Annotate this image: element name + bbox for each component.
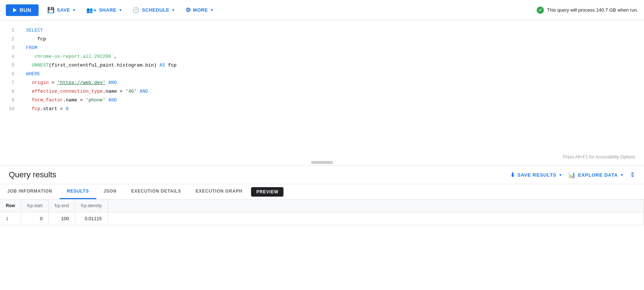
table-row: 1 0 100 0.01115: [0, 212, 644, 225]
save-button[interactable]: 💾 SAVE ▼: [43, 4, 80, 16]
code-line-2: fcp: [26, 35, 638, 44]
schedule-chevron-icon: ▼: [171, 8, 175, 12]
explore-data-label: EXPLORE DATA: [578, 172, 618, 178]
schedule-button[interactable]: 🕐 SCHEDULE ▼: [128, 4, 179, 16]
col-header-fcp-density: fcp.density: [75, 200, 108, 212]
results-title: Query results: [9, 170, 510, 180]
download-icon: ⬇: [510, 172, 515, 178]
more-button[interactable]: ⚙ MORE ▼: [181, 4, 218, 16]
toolbar: RUN 💾 SAVE ▼ 👥+ SHARE ▼ 🕐 SCHEDULE ▼ ⚙ M…: [0, 0, 644, 20]
cell-fcp-end: 100: [49, 212, 75, 225]
code-editor[interactable]: SELECT fcp FROM `chrome-ux-report.all.20…: [20, 23, 644, 162]
code-line-3: FROM: [26, 44, 638, 52]
query-info-text: This query will process 140.7 GB when ru…: [547, 7, 638, 13]
share-button[interactable]: 👥+ SHARE ▼: [82, 4, 127, 16]
explore-data-button[interactable]: 📊 EXPLORE DATA ▼: [568, 172, 624, 178]
more-chevron-icon: ▼: [210, 8, 214, 12]
tab-json[interactable]: JSON: [96, 184, 124, 199]
tab-execution-details[interactable]: EXECUTION DETAILS: [124, 184, 188, 199]
save-results-chevron-icon: ▼: [558, 173, 562, 177]
expand-button[interactable]: ⇕: [630, 171, 635, 179]
code-line-4: `chrome-ux-report.all.202206`,: [26, 52, 638, 61]
schedule-icon: 🕐: [132, 7, 140, 13]
share-icon: 👥+: [86, 7, 97, 13]
results-table-container: Row fcp.start fcp.end fcp.density 1 0 10…: [0, 200, 644, 225]
tabs-row: JOB INFORMATION RESULTS JSON EXECUTION D…: [0, 184, 644, 200]
query-info: ✓ This query will process 140.7 GB when …: [537, 7, 638, 14]
results-section: Query results ⬇ SAVE RESULTS ▼ 📊 EXPLORE…: [0, 166, 644, 225]
expand-icon: ⇕: [630, 171, 635, 178]
tab-job-information[interactable]: JOB INFORMATION: [0, 184, 60, 199]
col-header-empty: [108, 200, 644, 212]
horizontal-scrollbar[interactable]: [311, 161, 333, 164]
results-header: Query results ⬇ SAVE RESULTS ▼ 📊 EXPLORE…: [0, 166, 644, 184]
code-line-9: form_factor.name = 'phone' AND: [26, 96, 638, 105]
save-results-button[interactable]: ⬇ SAVE RESULTS ▼: [510, 172, 562, 178]
chart-icon: 📊: [568, 172, 576, 178]
table-header-row: Row fcp.start fcp.end fcp.density: [0, 200, 644, 212]
results-table: Row fcp.start fcp.end fcp.density 1 0 10…: [0, 200, 644, 225]
col-header-row: Row: [0, 200, 21, 212]
results-actions: ⬇ SAVE RESULTS ▼ 📊 EXPLORE DATA ▼ ⇕: [510, 171, 635, 179]
explore-data-chevron-icon: ▼: [620, 173, 624, 177]
gear-icon: ⚙: [186, 7, 191, 13]
share-label: SHARE: [99, 7, 116, 13]
run-label: RUN: [20, 7, 31, 13]
code-line-8: effective_connection_type.name = '4G' AN…: [26, 87, 638, 96]
code-line-1: SELECT: [26, 26, 638, 35]
more-label: MORE: [193, 7, 208, 13]
save-chevron-icon: ▼: [72, 8, 76, 12]
accessibility-hint: Press Alt+F1 for Accessibility Options: [563, 154, 635, 160]
share-chevron-icon: ▼: [119, 8, 122, 12]
save-icon: 💾: [47, 7, 55, 13]
code-line-7: origin = 'https://web.dev' AND: [26, 78, 638, 87]
save-results-label: SAVE RESULTS: [517, 172, 556, 178]
cell-fcp-start: 0: [21, 212, 49, 225]
code-line-10: fcp.start = 0: [26, 105, 638, 113]
tab-results[interactable]: RESULTS: [60, 184, 96, 199]
play-icon: [13, 8, 17, 12]
tab-preview[interactable]: PREVIEW: [251, 187, 283, 197]
cell-row-num: 1: [0, 212, 21, 225]
cell-fcp-density: 0.01115: [75, 212, 108, 225]
success-icon: ✓: [537, 7, 544, 14]
save-label: SAVE: [57, 7, 70, 13]
code-line-5: UNNEST(first_contentful_paint.histogram.…: [26, 61, 638, 70]
col-header-fcp-end: fcp.end: [49, 200, 75, 212]
schedule-label: SCHEDULE: [142, 7, 170, 13]
tab-execution-graph[interactable]: EXECUTION GRAPH: [188, 184, 250, 199]
editor-content: 1 2 3 4 5 6 7 8 9 10 SELECT fcp FROM `ch…: [0, 20, 644, 165]
cell-empty: [108, 212, 644, 225]
editor-area[interactable]: 1 2 3 4 5 6 7 8 9 10 SELECT fcp FROM `ch…: [0, 20, 644, 166]
code-line-6: WHERE: [26, 70, 638, 78]
line-numbers: 1 2 3 4 5 6 7 8 9 10: [0, 23, 20, 162]
run-button[interactable]: RUN: [6, 4, 39, 16]
col-header-fcp-start: fcp.start: [21, 200, 49, 212]
